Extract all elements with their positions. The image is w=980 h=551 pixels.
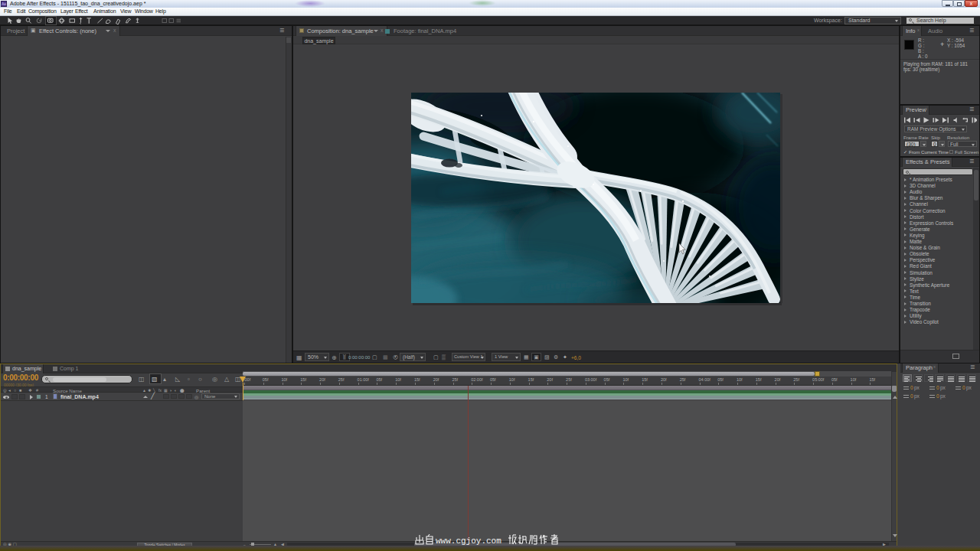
svg-text:www.cgjoy.com: www.cgjoy.com bbox=[436, 536, 501, 546]
